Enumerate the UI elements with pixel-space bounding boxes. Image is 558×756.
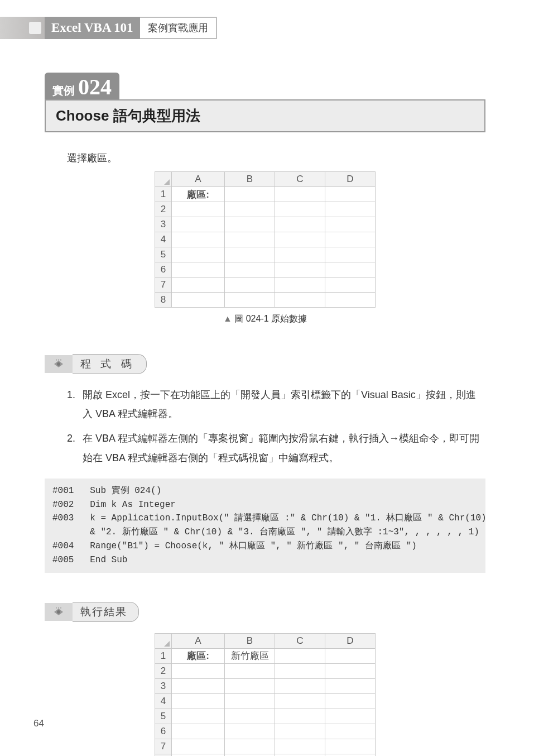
table-corner <box>155 633 172 648</box>
row-header: 2 <box>155 202 172 217</box>
row-header: 6 <box>155 724 172 739</box>
row-header: 1 <box>155 187 172 202</box>
code-block: #001 Sub 實例 024() #002 Dim k As Integer … <box>45 479 485 573</box>
row-header: 3 <box>155 217 172 232</box>
cell-A1: 廠區: <box>172 648 225 663</box>
page-number: 64 <box>33 718 44 729</box>
row-header: 5 <box>155 709 172 724</box>
book-subtitle: 案例實戰應用 <box>140 17 217 39</box>
col-header: A <box>172 172 225 187</box>
section-result-label: 執行結果 <box>73 602 139 622</box>
cell-B1: 新竹廠區 <box>225 648 275 663</box>
col-header: A <box>172 633 225 648</box>
cell-A1: 廠區: <box>172 187 225 202</box>
example-number: 024 <box>78 76 112 98</box>
row-header: 8 <box>155 293 172 308</box>
row-header: 2 <box>155 663 172 678</box>
col-header: C <box>275 172 325 187</box>
book-title: Excel VBA 101 <box>45 17 140 39</box>
eye-icon <box>45 355 73 373</box>
row-header: 3 <box>155 678 172 693</box>
row-header: 6 <box>155 262 172 277</box>
step-item: 1. 開啟 Excel，按一下在功能區上的「開發人員」索引標籤下的「Visual… <box>67 385 485 423</box>
svg-point-1 <box>57 610 60 614</box>
col-header: D <box>325 172 376 187</box>
example-label: 實例 <box>52 83 75 98</box>
row-header: 8 <box>155 754 172 756</box>
intro-text: 選擇廠區。 <box>67 151 485 165</box>
steps-list: 1. 開啟 Excel，按一下在功能區上的「開發人員」索引標籤下的「Visual… <box>67 385 485 467</box>
header-gradient <box>0 17 45 39</box>
row-header: 5 <box>155 247 172 262</box>
col-header: B <box>225 633 275 648</box>
header-logo-icon <box>29 22 41 34</box>
col-header: D <box>325 633 376 648</box>
col-header: B <box>225 172 275 187</box>
page-title: Choose 語句典型用法 <box>45 99 485 132</box>
row-header: 7 <box>155 739 172 754</box>
eye-icon <box>45 603 73 621</box>
col-header: C <box>275 633 325 648</box>
section-code-header: 程 式 碼 <box>45 354 485 374</box>
page-header: Excel VBA 101 案例實戰應用 <box>0 17 218 39</box>
step-text: 在 VBA 程式編輯器左側的「專案視窗」範圍內按滑鼠右鍵，執行插入→模組命令，即… <box>83 429 485 467</box>
row-header: 4 <box>155 232 172 247</box>
step-text: 開啟 Excel，按一下在功能區上的「開發人員」索引標籤下的「Visual Ba… <box>83 385 485 423</box>
step-item: 2. 在 VBA 程式編輯器左側的「專案視窗」範圍內按滑鼠右鍵，執行插入→模組命… <box>67 429 485 467</box>
table-corner <box>155 172 172 187</box>
row-header: 7 <box>155 277 172 293</box>
example-badge: 實例 024 <box>45 73 119 99</box>
step-number: 2. <box>67 429 83 467</box>
excel-table-2: A B C D 1 廠區: 新竹廠區 2 3 4 5 6 7 8 <box>155 633 376 756</box>
step-number: 1. <box>67 385 83 423</box>
excel-table-1: A B C D 1 廠區: 2 3 4 5 6 7 8 <box>155 171 376 308</box>
row-header: 1 <box>155 648 172 663</box>
section-result-header: 執行結果 <box>45 602 485 622</box>
figure-caption-1: 圖 024-1 原始數據 <box>45 313 485 325</box>
svg-point-0 <box>57 362 60 366</box>
row-header: 4 <box>155 693 172 709</box>
section-code-label: 程 式 碼 <box>73 354 147 374</box>
